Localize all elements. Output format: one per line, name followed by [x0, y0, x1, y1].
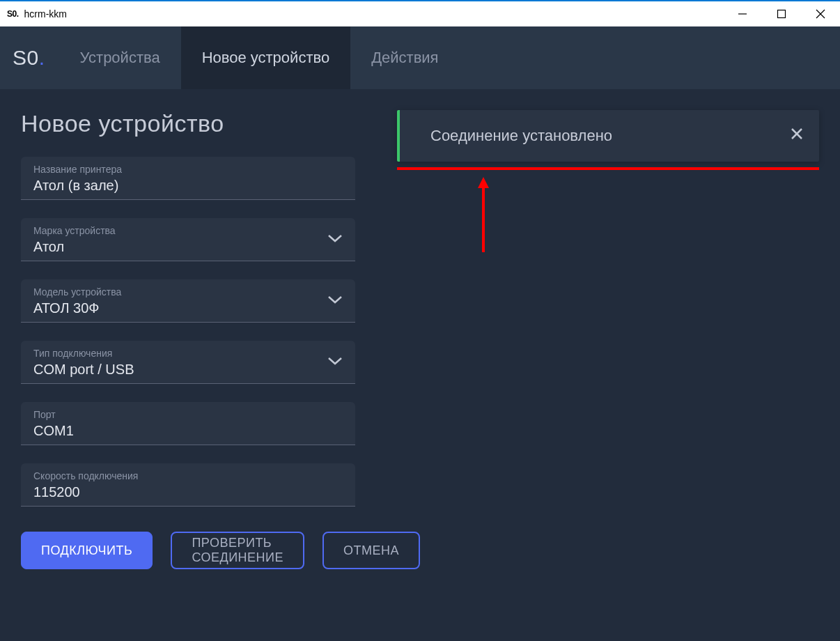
- form-column: Новое устройство Название принтера Атол …: [21, 110, 355, 627]
- window-title: hcrm-kkm: [24, 8, 67, 20]
- tab-label: Новое устройство: [202, 49, 330, 67]
- field-value: COM1: [33, 423, 343, 439]
- close-icon: [816, 9, 825, 19]
- chevron-down-icon: [327, 356, 343, 369]
- app-icon-text: S0.: [7, 9, 19, 19]
- field-label: Марка устройства: [33, 225, 343, 236]
- close-button[interactable]: [801, 1, 840, 26]
- field-label: Название принтера: [33, 164, 343, 175]
- brand-dot: .: [39, 46, 45, 70]
- window-controls: [723, 1, 840, 26]
- maximize-icon: [777, 9, 786, 19]
- field-label: Порт: [33, 409, 343, 420]
- field-label: Скорость подключения: [33, 470, 343, 481]
- connection-type-select[interactable]: Тип подключения COM port / USB: [21, 341, 355, 384]
- chevron-down-icon: [327, 233, 343, 246]
- content-area: Новое устройство Название принтера Атол …: [0, 89, 840, 641]
- brand-logo: S0.: [0, 26, 59, 89]
- brand-text: S0: [13, 46, 39, 70]
- toast-message: Соединение установлено: [430, 127, 612, 144]
- svg-marker-7: [478, 177, 489, 188]
- chevron-down-icon: [327, 295, 343, 307]
- app-body: S0. Устройства Новое устройство Действия…: [0, 26, 840, 641]
- tab-devices[interactable]: Устройства: [59, 26, 181, 89]
- field-value: Атол (в зале): [33, 178, 343, 194]
- annotation-underline: [397, 167, 819, 170]
- button-row: ПОДКЛЮЧИТЬ ПРОВЕРИТЬ СОЕДИНЕНИЕ ОТМЕНА: [21, 532, 355, 569]
- field-label: Тип подключения: [33, 348, 343, 359]
- tab-actions[interactable]: Действия: [350, 26, 459, 89]
- field-value: 115200: [33, 484, 343, 500]
- connection-toast: Соединение установлено: [397, 110, 819, 162]
- device-model-select[interactable]: Модель устройства АТОЛ 30Ф: [21, 279, 355, 323]
- port-field[interactable]: Порт COM1: [21, 402, 355, 445]
- titlebar: S0. hcrm-kkm: [0, 1, 840, 26]
- navbar: S0. Устройства Новое устройство Действия: [0, 26, 840, 89]
- tab-new-device[interactable]: Новое устройство: [181, 26, 351, 89]
- field-value: COM port / USB: [33, 362, 343, 378]
- field-value: Атол: [33, 239, 343, 255]
- field-value: АТОЛ 30Ф: [33, 300, 343, 316]
- maximize-button[interactable]: [762, 1, 801, 26]
- toast-close-button[interactable]: [790, 127, 804, 145]
- minimize-button[interactable]: [723, 1, 762, 26]
- minimize-icon: [738, 9, 747, 19]
- window-frame: S0. hcrm-kkm S0. Устройства Новое устрой…: [0, 0, 840, 641]
- printer-name-field[interactable]: Название принтера Атол (в зале): [21, 157, 355, 200]
- device-brand-select[interactable]: Марка устройства Атол: [21, 218, 355, 261]
- close-icon: [790, 127, 804, 141]
- svg-rect-1: [778, 10, 786, 18]
- test-connection-button[interactable]: ПРОВЕРИТЬ СОЕДИНЕНИЕ: [171, 532, 304, 569]
- annotation-arrow-icon: [476, 177, 490, 254]
- tab-label: Устройства: [80, 49, 160, 67]
- connect-button[interactable]: ПОДКЛЮЧИТЬ: [21, 532, 153, 569]
- notification-column: Соединение установлено: [397, 110, 819, 627]
- field-label: Модель устройства: [33, 286, 343, 298]
- page-title: Новое устройство: [21, 110, 355, 137]
- tab-label: Действия: [371, 49, 438, 67]
- speed-field[interactable]: Скорость подключения 115200: [21, 463, 355, 507]
